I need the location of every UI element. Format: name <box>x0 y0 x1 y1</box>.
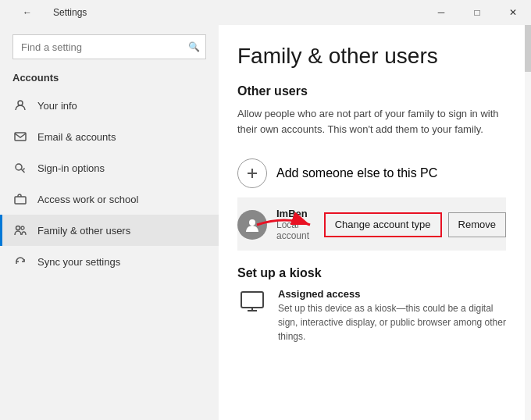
svg-point-4 <box>16 226 20 230</box>
user-row: ImBen Local account Change account <box>237 198 506 251</box>
add-user-row[interactable]: Add someone else to this PC <box>237 149 506 198</box>
sidebar-item-your-info[interactable]: Your info <box>0 90 219 121</box>
sidebar-item-label: Email & accounts <box>37 131 116 143</box>
app-container: 🔍 Accounts Your info Email & accounts <box>0 25 531 420</box>
maximize-button[interactable]: □ <box>459 0 495 25</box>
family-icon <box>12 222 28 238</box>
svg-rect-10 <box>241 292 263 308</box>
sidebar: 🔍 Accounts Your info Email & accounts <box>0 25 219 420</box>
scrollbar-rail <box>525 25 531 420</box>
sidebar-item-email[interactable]: Email & accounts <box>0 121 219 152</box>
minimize-button[interactable]: ─ <box>423 0 459 25</box>
titlebar-left: ← Settings <box>9 0 87 25</box>
sidebar-item-signin[interactable]: Sign-in options <box>0 152 219 183</box>
back-button[interactable]: ← <box>9 0 45 25</box>
sidebar-item-label: Sync your settings <box>37 256 120 268</box>
sidebar-item-family[interactable]: Family & other users <box>0 215 219 246</box>
kiosk-title: Set up a kiosk <box>237 266 506 280</box>
content-area: Family & other users Other users Allow p… <box>219 25 525 420</box>
add-user-label: Add someone else to this PC <box>276 166 437 180</box>
svg-rect-1 <box>15 133 26 141</box>
other-users-desc: Allow people who are not part of your fa… <box>237 106 506 137</box>
page-title: Family & other users <box>237 44 506 69</box>
kiosk-section: Set up a kiosk Assigned access Set up th… <box>237 266 506 343</box>
search-icon: 🔍 <box>188 41 200 52</box>
email-icon <box>12 129 28 144</box>
sidebar-item-label: Family & other users <box>37 225 130 237</box>
svg-point-5 <box>21 226 24 230</box>
svg-point-2 <box>16 164 22 170</box>
search-input[interactable] <box>12 34 206 59</box>
svg-point-0 <box>18 101 23 105</box>
sidebar-section-label: Accounts <box>0 69 219 90</box>
sidebar-item-label: Sign-in options <box>37 162 105 174</box>
other-users-title: Other users <box>237 84 506 98</box>
kiosk-item: Assigned access Set up this device as a … <box>237 288 506 343</box>
arrow-indicator <box>254 212 316 237</box>
sidebar-item-sync[interactable]: Sync your settings <box>0 246 219 277</box>
titlebar: ← Settings ─ □ ✕ <box>0 0 531 25</box>
close-button[interactable]: ✕ <box>495 0 531 25</box>
kiosk-monitor-icon <box>237 288 267 318</box>
key-icon <box>12 160 28 176</box>
person-icon <box>12 98 28 113</box>
sync-icon <box>12 254 28 269</box>
sidebar-item-label: Access work or school <box>37 194 138 205</box>
titlebar-title: Settings <box>53 7 87 18</box>
svg-rect-3 <box>15 197 26 204</box>
titlebar-controls: ─ □ ✕ <box>423 0 531 25</box>
kiosk-text: Assigned access Set up this device as a … <box>278 288 506 343</box>
remove-button[interactable]: Remove <box>448 212 506 237</box>
kiosk-item-title: Assigned access <box>278 288 506 300</box>
sidebar-item-work[interactable]: Access work or school <box>0 183 219 215</box>
kiosk-item-desc: Set up this device as a kiosk—this could… <box>278 301 506 343</box>
sidebar-item-label: Your info <box>37 100 77 112</box>
add-icon <box>237 158 267 188</box>
user-actions: Change account type Remove <box>324 212 506 237</box>
briefcase-icon <box>12 191 28 207</box>
scrollbar-thumb[interactable] <box>525 25 531 72</box>
search-container: 🔍 <box>12 34 206 59</box>
change-account-type-button[interactable]: Change account type <box>324 212 442 237</box>
